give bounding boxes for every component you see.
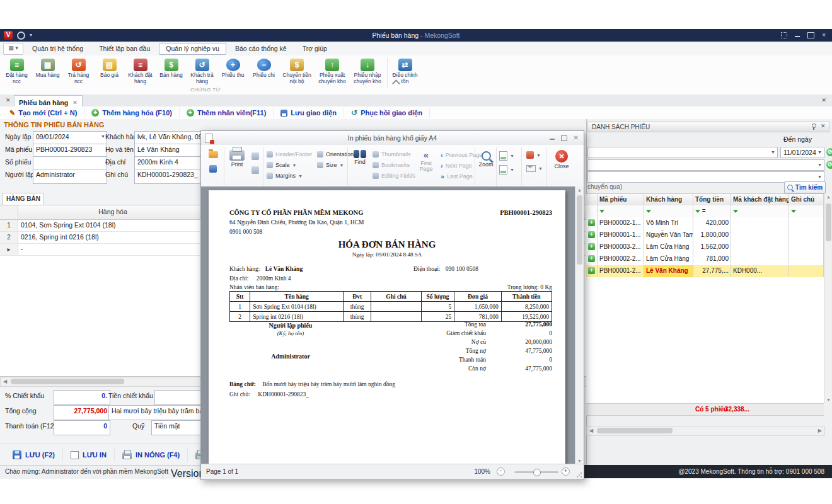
save-button[interactable]: LƯU (F2) <box>5 448 63 462</box>
refresh-icon[interactable]: ⟳ <box>826 148 832 156</box>
column-header-ma-kdh[interactable]: Mã khách đặt hàng <box>731 194 789 206</box>
table-row[interactable]: + PBH00002-2... Lâm Cửa Hàng 781,000 <box>586 253 824 266</box>
menu-tab-bao-cao[interactable]: Báo cáo thống kê <box>228 43 294 55</box>
row-select-cell[interactable]: + <box>586 229 598 241</box>
scroll-up-icon[interactable]: ▲ <box>826 195 831 199</box>
first-page-button[interactable]: « First Page <box>415 150 437 172</box>
restore-layout-button[interactable]: ↺ Phục hồi giao diện <box>344 108 430 118</box>
ma-kdh-cell[interactable] <box>731 217 789 229</box>
header-footer-button[interactable]: Header/Footer <box>267 151 312 158</box>
scrollbar-thumb[interactable] <box>597 428 673 433</box>
ma-phieu-cell[interactable]: PBH00003-2... <box>598 241 644 253</box>
find-button[interactable]: Find <box>350 150 370 165</box>
ma-phieu-cell[interactable]: PBH00001-1... <box>598 229 644 241</box>
row-select-cell[interactable]: + <box>586 217 598 229</box>
ma-kdh-cell[interactable]: KDH000... <box>731 265 789 277</box>
ribbon-item-mua-hang[interactable]: ▦ Mua hàng <box>32 57 63 79</box>
editing-fields-button[interactable]: Editing Fields <box>373 173 415 179</box>
add-product-button[interactable]: + Thêm hàng hóa (F10) <box>84 108 180 118</box>
ribbon-item-phieu-nhap-kho[interactable]: ↓ Phiếu nhập chuyển kho <box>350 57 385 84</box>
next-page-button[interactable]: › Next Page <box>441 162 472 169</box>
thanh-toan-field[interactable]: 0 <box>54 420 110 435</box>
close-icon[interactable]: ✕ <box>574 135 579 141</box>
checkbox-icon[interactable] <box>71 451 79 459</box>
zoom-in-icon[interactable]: + <box>562 467 570 476</box>
scroll-left-icon[interactable]: ◀ <box>3 379 7 384</box>
row-select-cell[interactable]: + <box>586 241 598 253</box>
ghi-chu-cell[interactable] <box>789 229 824 241</box>
receipt-grid-vertical-scrollbar[interactable]: ▲ ▼ <box>824 193 832 403</box>
column-header-hang-hoa[interactable]: Hàng hóa <box>18 205 208 219</box>
preview-vertical-scrollbar[interactable]: ▲ ▼ <box>575 186 584 464</box>
tabbar-close-icon[interactable]: ✕ <box>6 97 11 103</box>
ribbon-item-ban-hang[interactable]: $ Bán hàng <box>156 57 187 79</box>
tabbar-close-right-icon[interactable]: ✕ <box>821 97 826 103</box>
ribbon-item-khach-tra-hang[interactable]: ↺ Khách trả hàng <box>187 57 217 84</box>
filter-cell[interactable] <box>598 205 644 217</box>
zoom-button[interactable]: Zoom <box>477 150 495 168</box>
margins-button[interactable]: Margins ▼ <box>267 173 303 179</box>
table-row[interactable]: + PBH00003-2... Lâm Cửa Hàng 1,562,000 <box>586 241 824 254</box>
table-row[interactable]: + PBH00002-1... Võ Minh Trí 420,000 <box>586 217 824 230</box>
ma-kdh-cell[interactable] <box>731 229 789 241</box>
restore-icon[interactable] <box>807 32 814 38</box>
size-button[interactable]: Size ▼ <box>317 162 344 168</box>
den-ngay-combo[interactable]: 11/01/2024▼ <box>780 147 824 158</box>
column-header-ghi-chu[interactable]: Ghi chú <box>789 194 824 206</box>
menu-tab-thiet-lap[interactable]: Thiết lập ban đầu <box>92 43 157 55</box>
ghi-chu-cell[interactable] <box>789 241 824 253</box>
panel-close-icon[interactable]: ✕ <box>821 123 826 129</box>
watermark-button[interactable]: ▼ <box>499 165 514 175</box>
close-preview-button[interactable]: ✕ Close <box>549 150 574 169</box>
row-select-cell[interactable]: + <box>586 253 598 265</box>
khach-hang-cell[interactable]: Võ Minh Trí <box>644 217 693 229</box>
page-background-button[interactable]: ▼ <box>499 151 514 161</box>
filter-cell[interactable] <box>644 205 693 217</box>
filter-cell[interactable]: = <box>693 205 731 217</box>
ribbon-item-phieu-thu[interactable]: + Phiếu thu <box>217 57 248 79</box>
filter-combo-1[interactable]: ▼ <box>587 159 824 171</box>
scroll-down-icon[interactable]: ▼ <box>577 459 582 463</box>
zoom-slider-knob[interactable] <box>533 469 541 476</box>
menu-tab-quan-tri[interactable]: Quản trị hệ thống <box>25 43 90 55</box>
ribbon-item-phieu-chi[interactable]: − Phiếu chi <box>248 57 279 79</box>
quick-print-icon[interactable] <box>251 152 259 160</box>
chevron-down-icon[interactable]: ▼ <box>818 163 822 167</box>
filter-cell[interactable] <box>789 205 824 217</box>
save-layout-button[interactable]: Lưu giao diện <box>274 108 344 118</box>
ghi-chu-cell[interactable] <box>789 265 824 277</box>
ribbon-item-tra-hang-ncc[interactable]: ↺ Trả hàng ncc <box>63 57 94 84</box>
new-row-cell[interactable]: - <box>18 244 208 255</box>
tu-ngay-combo[interactable]: ▼ <box>587 147 778 158</box>
ma-kdh-cell[interactable] <box>731 253 789 265</box>
scroll-down-icon[interactable]: ▼ <box>826 398 831 402</box>
expand-icon[interactable] <box>781 32 787 38</box>
khach-hang-cell[interactable]: Nguyễn Văn Tam <box>644 229 693 241</box>
scroll-right-icon[interactable]: ▶ <box>818 428 822 433</box>
column-header-khach-hang[interactable]: Khách hàng <box>644 194 693 206</box>
last-page-button[interactable]: » Last Page <box>441 173 473 180</box>
khach-hang-cell[interactable]: Lâm Cửa Hàng <box>644 241 693 253</box>
receipt-list-header[interactable]: DANH SÁCH PHIẾU <box>587 122 829 132</box>
table-row-selected[interactable]: + PBH00001-2... Lê Văn Kháng 27,775,... … <box>586 265 824 278</box>
row-select-cell[interactable]: + <box>586 265 598 277</box>
send-email-button[interactable]: ▼ <box>526 165 543 172</box>
ma-phieu-cell[interactable]: PBH00002-2... <box>598 253 644 265</box>
pin-icon[interactable] <box>812 123 816 128</box>
product-cell[interactable]: 0216, Spring int 0216 (18l) <box>18 232 208 243</box>
table-row[interactable]: + PBH00001-1... Nguyễn Văn Tam 1,800,000 <box>586 229 824 242</box>
ma-kdh-cell[interactable] <box>731 241 789 253</box>
filter-cell[interactable] <box>586 205 598 217</box>
chevron-down-icon[interactable]: ▼ <box>818 150 822 154</box>
nguoi-lap-field[interactable]: Administrator <box>33 169 107 184</box>
ribbon-item-bao-gia[interactable]: ▤ Báo giá <box>94 57 125 79</box>
column-header-tong-tien[interactable]: Tổng tiền <box>693 194 731 206</box>
chevron-down-icon[interactable]: ▼ <box>771 150 775 154</box>
ma-phieu-cell[interactable]: PBH00002-1... <box>598 217 644 229</box>
page-setup-icon[interactable] <box>251 166 259 174</box>
zoom-slider[interactable] <box>514 471 558 473</box>
new-button[interactable]: ✎ Tạo mới (Ctrl + N) <box>3 108 84 118</box>
receipt-grid-horizontal-scrollbar[interactable]: ◀ ▶ <box>586 426 825 436</box>
preview-area[interactable]: CÔNG TY CỔ PHẦN PHẦN MỀM MEKONG PBH00001… <box>201 186 575 464</box>
dialog-titlebar[interactable]: In phiếu bán hàng khổ giấy A4 ✕ <box>201 131 584 146</box>
